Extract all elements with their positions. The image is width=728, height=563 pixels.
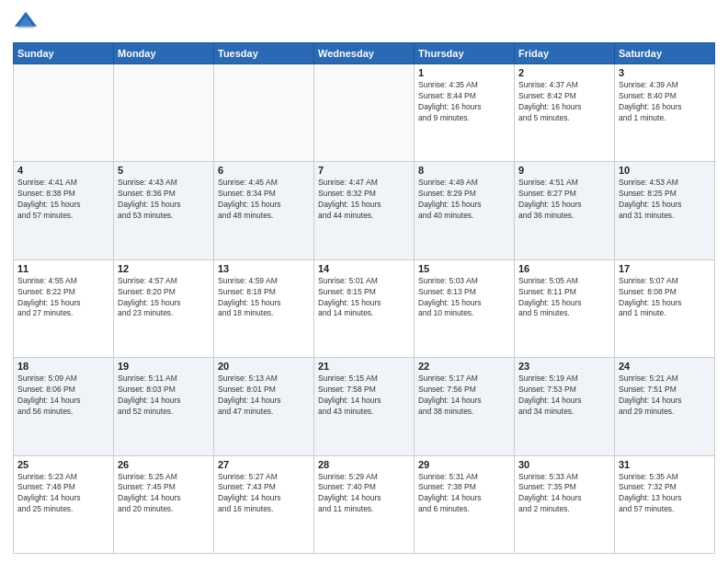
day-number: 8 [418,165,510,176]
weekday-header-tuesday: Tuesday [214,43,314,64]
day-info: Sunrise: 5:35 AMSunset: 7:32 PMDaylight:… [619,472,711,516]
calendar-cell: 7Sunrise: 4:47 AMSunset: 8:32 PMDaylight… [314,162,415,259]
calendar-week-row: 25Sunrise: 5:23 AMSunset: 7:48 PMDayligh… [14,455,715,553]
day-info: Sunrise: 5:19 AMSunset: 7:53 PMDaylight:… [518,373,610,418]
day-info: Sunrise: 5:17 AMSunset: 7:56 PMDaylight:… [418,373,510,418]
day-info: Sunrise: 4:39 AMSunset: 8:40 PMDaylight:… [619,80,711,124]
weekday-header-monday: Monday [114,43,214,64]
weekday-header-friday: Friday [515,43,615,64]
calendar-cell: 22Sunrise: 5:17 AMSunset: 7:56 PMDayligh… [415,358,515,455]
day-info: Sunrise: 5:09 AMSunset: 8:06 PMDaylight:… [17,373,109,418]
day-number: 4 [17,165,109,176]
day-number: 13 [218,263,310,274]
day-info: Sunrise: 5:33 AMSunset: 7:35 PMDaylight:… [518,472,610,516]
day-info: Sunrise: 4:49 AMSunset: 8:29 PMDaylight:… [418,178,510,222]
day-number: 12 [118,263,210,274]
calendar-cell: 14Sunrise: 5:01 AMSunset: 8:15 PMDayligh… [314,259,415,357]
day-info: Sunrise: 4:59 AMSunset: 8:18 PMDaylight:… [218,276,310,320]
calendar-cell: 9Sunrise: 4:51 AMSunset: 8:27 PMDaylight… [515,162,615,259]
day-info: Sunrise: 4:53 AMSunset: 8:25 PMDaylight:… [619,178,711,222]
calendar-week-row: 4Sunrise: 4:41 AMSunset: 8:38 PMDaylight… [14,162,715,259]
day-info: Sunrise: 5:05 AMSunset: 8:11 PMDaylight:… [518,276,610,320]
day-number: 22 [418,361,510,372]
day-number: 3 [619,67,711,78]
day-info: Sunrise: 5:11 AMSunset: 8:03 PMDaylight:… [118,373,210,418]
calendar-cell: 1Sunrise: 4:35 AMSunset: 8:44 PMDaylight… [415,64,515,162]
calendar-cell: 19Sunrise: 5:11 AMSunset: 8:03 PMDayligh… [114,358,214,455]
calendar-table: SundayMondayTuesdayWednesdayThursdayFrid… [13,42,715,554]
calendar-cell: 31Sunrise: 5:35 AMSunset: 7:32 PMDayligh… [615,455,715,553]
day-number: 23 [518,361,610,372]
weekday-header-row: SundayMondayTuesdayWednesdayThursdayFrid… [14,43,715,64]
day-number: 28 [318,459,410,470]
day-info: Sunrise: 5:25 AMSunset: 7:45 PMDaylight:… [118,472,210,516]
calendar-cell: 3Sunrise: 4:39 AMSunset: 8:40 PMDaylight… [615,64,715,162]
calendar-cell: 4Sunrise: 4:41 AMSunset: 8:38 PMDaylight… [14,162,114,259]
weekday-header-thursday: Thursday [415,43,515,64]
day-number: 29 [418,459,510,470]
calendar-cell: 21Sunrise: 5:15 AMSunset: 7:58 PMDayligh… [314,358,415,455]
calendar-cell: 13Sunrise: 4:59 AMSunset: 8:18 PMDayligh… [214,259,314,357]
calendar-cell: 29Sunrise: 5:31 AMSunset: 7:38 PMDayligh… [415,455,515,553]
day-number: 1 [418,67,510,78]
calendar-week-row: 1Sunrise: 4:35 AMSunset: 8:44 PMDaylight… [14,64,715,162]
calendar-cell: 24Sunrise: 5:21 AMSunset: 7:51 PMDayligh… [615,358,715,455]
calendar-cell: 10Sunrise: 4:53 AMSunset: 8:25 PMDayligh… [615,162,715,259]
day-info: Sunrise: 5:29 AMSunset: 7:40 PMDaylight:… [318,472,410,516]
day-number: 9 [518,165,610,176]
day-info: Sunrise: 5:23 AMSunset: 7:48 PMDaylight:… [17,472,109,516]
calendar-cell: 25Sunrise: 5:23 AMSunset: 7:48 PMDayligh… [14,455,114,553]
day-number: 25 [17,459,109,470]
calendar-cell: 12Sunrise: 4:57 AMSunset: 8:20 PMDayligh… [114,259,214,357]
weekday-header-saturday: Saturday [615,43,715,64]
day-number: 20 [218,361,310,372]
calendar-cell [214,64,314,162]
day-number: 26 [118,459,210,470]
calendar-cell [314,64,415,162]
calendar-cell [114,64,214,162]
day-number: 31 [619,459,711,470]
calendar-cell [14,64,114,162]
calendar-cell: 5Sunrise: 4:43 AMSunset: 8:36 PMDaylight… [114,162,214,259]
day-info: Sunrise: 4:51 AMSunset: 8:27 PMDaylight:… [518,178,610,222]
day-number: 16 [518,263,610,274]
day-info: Sunrise: 4:35 AMSunset: 8:44 PMDaylight:… [418,80,510,124]
weekday-header-wednesday: Wednesday [314,43,415,64]
weekday-header-sunday: Sunday [14,43,114,64]
day-number: 21 [318,361,410,372]
calendar-cell: 8Sunrise: 4:49 AMSunset: 8:29 PMDaylight… [415,162,515,259]
day-number: 5 [118,165,210,176]
page: SundayMondayTuesdayWednesdayThursdayFrid… [0,0,728,563]
calendar-cell: 11Sunrise: 4:55 AMSunset: 8:22 PMDayligh… [14,259,114,357]
day-number: 14 [318,263,410,274]
day-number: 17 [619,263,711,274]
calendar-cell: 26Sunrise: 5:25 AMSunset: 7:45 PMDayligh… [114,455,214,553]
calendar-cell: 6Sunrise: 4:45 AMSunset: 8:34 PMDaylight… [214,162,314,259]
calendar-cell: 16Sunrise: 5:05 AMSunset: 8:11 PMDayligh… [515,259,615,357]
day-info: Sunrise: 5:07 AMSunset: 8:08 PMDaylight:… [619,276,711,320]
day-number: 24 [619,361,711,372]
calendar-week-row: 18Sunrise: 5:09 AMSunset: 8:06 PMDayligh… [14,358,715,455]
logo [13,9,42,35]
day-info: Sunrise: 4:47 AMSunset: 8:32 PMDaylight:… [318,178,410,222]
calendar-cell: 23Sunrise: 5:19 AMSunset: 7:53 PMDayligh… [515,358,615,455]
day-info: Sunrise: 4:57 AMSunset: 8:20 PMDaylight:… [118,276,210,320]
day-number: 6 [218,165,310,176]
day-info: Sunrise: 4:41 AMSunset: 8:38 PMDaylight:… [17,178,109,222]
calendar-cell: 30Sunrise: 5:33 AMSunset: 7:35 PMDayligh… [515,455,615,553]
calendar-cell: 27Sunrise: 5:27 AMSunset: 7:43 PMDayligh… [214,455,314,553]
header [13,9,715,35]
day-number: 7 [318,165,410,176]
calendar-cell: 15Sunrise: 5:03 AMSunset: 8:13 PMDayligh… [415,259,515,357]
calendar-cell: 20Sunrise: 5:13 AMSunset: 8:01 PMDayligh… [214,358,314,455]
calendar-cell: 17Sunrise: 5:07 AMSunset: 8:08 PMDayligh… [615,259,715,357]
calendar-cell: 18Sunrise: 5:09 AMSunset: 8:06 PMDayligh… [14,358,114,455]
day-number: 2 [518,67,610,78]
day-info: Sunrise: 4:55 AMSunset: 8:22 PMDaylight:… [17,276,109,320]
day-info: Sunrise: 5:27 AMSunset: 7:43 PMDaylight:… [218,472,310,516]
day-info: Sunrise: 5:31 AMSunset: 7:38 PMDaylight:… [418,472,510,516]
day-info: Sunrise: 5:15 AMSunset: 7:58 PMDaylight:… [318,373,410,418]
day-number: 18 [17,361,109,372]
logo-icon [13,9,39,35]
day-info: Sunrise: 5:03 AMSunset: 8:13 PMDaylight:… [418,276,510,320]
